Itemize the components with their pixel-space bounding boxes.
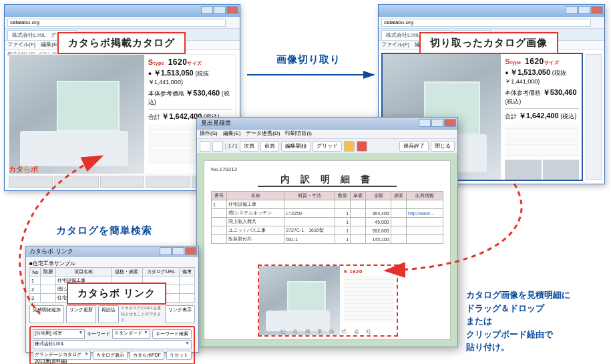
add-detail-button[interactable]: 見積明細追加 [29,305,64,323]
side-instructions: カタログ画像を見積明細に ドラッグ＆ドロップ または クリップボード経由で 貼り… [466,289,570,354]
table-row[interactable]: I型システムキッチンL=22501364,400http://www… [212,209,443,218]
window-controls [160,247,197,255]
url-input[interactable] [7,19,226,27]
color-tool-icon[interactable] [344,141,355,152]
next-page-button[interactable]: 次頁 [240,141,258,152]
reset-button[interactable]: リセット [166,351,192,360]
price-line-2: 本体参考価格 ￥530,460 (税込) [505,87,579,106]
pasted-catalog-image[interactable]: S 1620 [258,264,398,337]
bathroom-photo [259,266,340,335]
search-panel: [住宅用] 浴室 キーワード スタンダード キーワード検索 株式会社LIXIL … [29,326,195,364]
tool-icon[interactable] [200,141,210,152]
link-actions: 見積明細追加 リンク更新 再読込 ※カタログのURLを連結させることができます。… [29,305,195,323]
col-no: 番号 [212,192,227,200]
menu-edit[interactable]: 編集(E) [41,41,59,49]
sheet-footer: 社 名 商 事 株 式 会 社 [204,328,450,335]
titlebar [5,5,240,17]
lcol-no: No [30,268,41,277]
prev-page-button[interactable]: 前頁 [260,141,279,152]
price-line-1: ● ￥1,513,050 (税抜 ￥1,441,000) [148,68,232,87]
close-button[interactable] [226,6,238,14]
estimate-sheet: No.170212 内 訳 明 細 書 番号 名称 材質・寸法 数量 単価 金額… [204,160,451,340]
edit-start-button[interactable]: 編集開始 [281,141,311,152]
close-button[interactable] [185,247,197,255]
maximize-button[interactable] [172,247,184,255]
catalabo-pdf-button[interactable]: カタらボPDF [130,351,164,360]
estimate-titlebar: 見出見積書 [197,118,457,130]
estimate-menubar: 操作(S) 編集(E) データ連携(D) 印刷項目(I) [197,130,457,139]
mini-thumbs [505,160,579,180]
estimate-toolbar: | 1 / 1 次頁 前頁 編集開始 グリッド 保存終了 閉じる [197,139,457,154]
menu-data[interactable]: データ連携(D) [246,130,280,138]
minimize-button[interactable] [201,6,213,14]
spec-column: S 1620 [340,266,397,335]
lcol-name: 項目名称 [55,268,111,277]
estimate-app-window: 見出見積書 操作(S) 編集(E) データ連携(D) 印刷項目(I) | 1 /… [196,117,458,347]
minimize-button[interactable] [160,247,172,255]
close-button[interactable] [444,119,456,127]
catalog-select[interactable]: グランデージカタログ2013夏(資料編) [33,351,91,360]
spec-column: Stype 1620サイズ ● ￥1,513,050 (税抜 ￥1,441,00… [501,54,582,180]
sheet-title: 内 訳 明 細 書 [258,174,397,187]
detail-table: 番号 名称 材質・寸法 数量 単価 金額 摘要 出典情報 1住宅設備工事I型シス… [211,191,443,244]
col-name: 名称 [227,192,284,200]
link-title-text: カタらボ リンク [29,248,73,254]
menu-edit[interactable]: 編集(E) [223,130,241,138]
menu-op[interactable]: 操作(S) [200,130,218,138]
table-row[interactable]: 1住宅設備工事 [212,200,443,209]
grid-button[interactable]: グリッド [313,141,342,152]
col-unit: 単価 [351,192,366,200]
estimate-title-text: 見出見積書 [201,120,231,126]
maximize-button[interactable] [431,119,443,127]
business-select[interactable]: [住宅用] 浴室 [33,329,85,339]
anno-link-box: カタらボ リンク [67,283,166,305]
spec-lines [505,124,579,157]
col-spec: 材質・寸法 [284,192,335,200]
hint-text: ※カタログのURLを連結させることができます。 [121,305,163,323]
window-controls [566,6,603,14]
anno-cropped-image: 切り取ったカタログ画像 [419,32,558,54]
update-link-button[interactable]: リンク更新 [66,305,96,323]
color-tool-icon[interactable] [357,141,367,152]
address-bar [5,17,240,29]
url-input[interactable] [381,19,591,27]
col-qty: 数量 [335,192,350,200]
window-controls [419,119,456,127]
menu-file[interactable]: ファイル(F) [7,41,35,49]
model-name: S 1620 [344,268,394,275]
maximize-button[interactable] [578,6,590,14]
maker-select[interactable]: 株式会社LIXIL [33,340,192,349]
window-controls [201,6,238,14]
table-row[interactable]: 改装取付共601-11145,100 [212,235,443,244]
col-src: 出典情報 [407,192,443,200]
maximize-button[interactable] [214,6,226,14]
price-line-2: 本体参考価格 ￥530,460 (税込) [148,88,232,107]
minimize-button[interactable] [566,6,578,14]
menu-print[interactable]: 印刷項目(I) [285,130,312,138]
keyword-search-button[interactable]: キーワード検索 [152,329,192,339]
save-end-button[interactable]: 保存終了 [399,141,429,152]
tool-icon[interactable] [212,141,223,152]
anno-catalog-source: カタらボ掲載カタログ [57,32,186,54]
side-toolbar[interactable] [586,54,602,180]
menu-file[interactable]: ファイル(F) [381,41,409,49]
lcol-url: カタログURL [142,268,180,277]
table-row[interactable]: ユニットバス工事2727C-1 1616型1582,600 [212,226,443,235]
keyword-select[interactable]: スタンダード [112,329,150,339]
col-amount: 金額 [366,192,391,200]
minimize-button[interactable] [419,119,431,127]
show-link-button[interactable]: リンク表示 [165,305,195,323]
reload-button[interactable]: 再読込 [98,305,119,323]
lcol-spec: 規格・摘要 [111,268,142,277]
table-row[interactable]: 同上取入費共145,000 [212,218,443,226]
link-body: ■住宅工事サンプル No 階層 項目名称 規格・摘要 カタログURL 備考 1住… [26,257,198,364]
model-name: Stype 1620サイズ [505,57,579,66]
close-button[interactable] [591,6,603,14]
lcol-note: 備考 [180,268,195,277]
model-name: Stype 1620サイズ [148,57,232,67]
price-line-1: ● ￥1,513,050 (税抜 ￥1,441,000) [505,67,579,86]
show-catalog-button[interactable]: カタログ表示 [93,351,128,360]
close-button[interactable]: 閉じる [431,141,455,152]
lcol-lvl: 階層 [41,268,55,277]
titlebar [379,5,604,17]
